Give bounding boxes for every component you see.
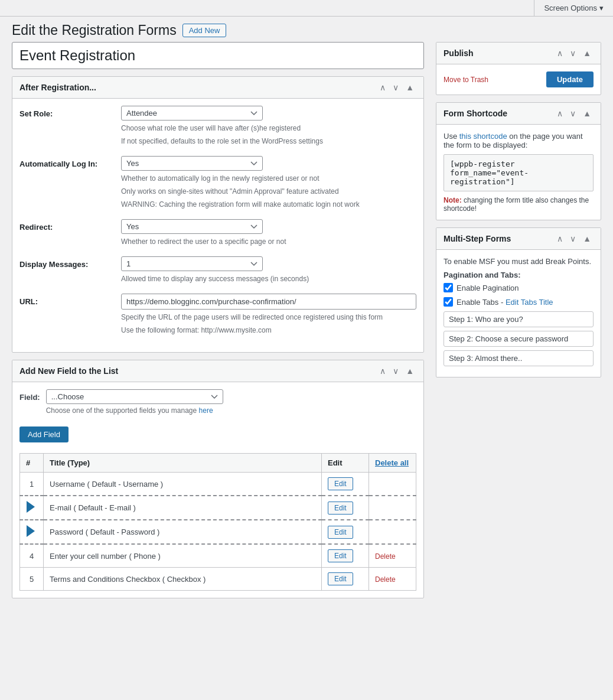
add-field-collapse-down[interactable]: ∨ [390,365,401,377]
col-delete-header[interactable]: Delete all [369,454,416,473]
edit-button[interactable]: Edit [328,502,353,515]
multi-step-collapse-up[interactable]: ∧ [555,233,565,245]
collapse-up-button[interactable]: ∧ [377,82,388,93]
fields-table-body: 1Username ( Default - Username )EditE-ma… [20,473,416,591]
shortcode-value[interactable]: [wppb-register form_name="event-registra… [444,154,594,191]
set-role-desc2: If not specified, defaults to the role s… [121,136,416,146]
field-choose-select[interactable]: ...Choose [46,389,223,404]
row-title: Terms and Conditions Checkbox ( Checkbox… [44,568,322,591]
delete-link[interactable]: Delete [375,575,396,584]
after-registration-box: After Registration... ∧ ∨ ▲ Set Role: At… [12,76,424,353]
enable-pagination-label: Enable Pagination [457,284,519,292]
shortcode-header: Form Shortcode ∧ ∨ ▲ [436,103,601,125]
set-role-content: Attendee Subscriber Editor Administrator… [121,106,416,146]
shortcode-collapse-up[interactable]: ∧ [555,108,565,119]
triangle-marker-icon [27,501,35,513]
sidebar: Publish ∧ ∨ ▲ Move to Trash Update Form … [436,42,601,605]
shortcode-close[interactable]: ▲ [581,108,594,119]
publish-title: Publish [444,48,555,58]
url-desc1: Specify the URL of the page users will b… [121,312,416,323]
multi-step-close[interactable]: ▲ [581,233,594,245]
collapse-down-button[interactable]: ∨ [390,82,401,93]
edit-button[interactable]: Edit [328,477,353,490]
url-desc2: Use the following format: http://www.mys… [121,325,416,336]
main-layout: After Registration... ∧ ∨ ▲ Set Role: At… [0,42,613,617]
url-input[interactable] [121,294,416,310]
add-field-button[interactable]: Add Field [19,426,69,442]
col-edit-header: Edit [322,454,369,473]
publish-controls: ∧ ∨ ▲ [555,47,594,59]
multi-step-collapse-down[interactable]: ∨ [568,233,578,245]
content-area: After Registration... ∧ ∨ ▲ Set Role: At… [12,42,424,605]
enable-tabs-checkbox[interactable] [444,297,453,307]
edit-button[interactable]: Edit [328,549,353,562]
row-num: 1 [20,473,44,496]
field-choose-container: ...Choose Choose one of the supported fi… [46,389,223,415]
postbox-controls: ∧ ∨ ▲ [377,82,416,93]
row-delete-cell: Delete [369,568,416,591]
row-title: Password ( Default - Password ) [44,520,322,544]
row-title: Username ( Default - Username ) [44,473,322,496]
url-content: Specify the URL of the page users will b… [121,294,416,336]
publish-box: Publish ∧ ∨ ▲ Move to Trash Update [436,42,601,95]
multi-step-title: Multi-Step Forms [444,234,555,243]
note-text: changing the form title also changes the… [444,196,589,213]
enable-pagination-row: Enable Pagination [444,283,594,292]
page-title: Edit the Registration Forms [12,22,177,38]
add-new-field-box: Add New Field to the List ∧ ∨ ▲ Field: .… [12,360,424,598]
enable-tabs-label: Enable Tabs - Edit Tabs Title [457,298,553,307]
row-num: 4 [20,544,44,568]
display-messages-select[interactable]: 1 2 3 5 [121,256,263,271]
add-field-collapse-up[interactable]: ∧ [377,365,388,377]
shortcode-note: Note: changing the form title also chang… [444,196,594,213]
auto-login-select[interactable]: Yes No [121,156,263,171]
step-input-2[interactable] [444,331,594,347]
choose-fields-link[interactable]: here [199,406,213,415]
step-input-3[interactable] [444,350,594,366]
move-to-trash-link[interactable]: Move to Trash [444,76,488,84]
enable-pagination-checkbox[interactable] [444,283,453,292]
edit-tabs-title-link[interactable]: Edit Tabs Title [506,298,553,307]
row-num: 5 [20,568,44,591]
after-registration-body: Set Role: Attendee Subscriber Editor Adm… [12,99,423,352]
delete-link[interactable]: Delete [375,552,396,561]
display-messages-row: Display Messages: 1 2 3 5 Allowed time t… [19,256,416,284]
auto-login-row: Automatically Log In: Yes No Whether to … [19,156,416,210]
publish-collapse-up[interactable]: ∧ [555,47,565,59]
screen-options-label: Screen Options [544,4,597,12]
row-title: E-mail ( Default - E-mail ) [44,496,322,520]
set-role-row: Set Role: Attendee Subscriber Editor Adm… [19,106,416,146]
step-inputs [444,311,594,370]
shortcode-collapse-down[interactable]: ∨ [568,108,578,119]
publish-header: Publish ∧ ∨ ▲ [436,43,601,64]
row-edit-cell: Edit [322,544,369,568]
step-input-1[interactable] [444,311,594,327]
fields-table: # Title (Type) Edit Delete all 1Username… [19,453,416,591]
form-title-input[interactable] [12,42,424,69]
add-new-field-header: Add New Field to the List ∧ ∨ ▲ [12,360,423,382]
row-edit-cell: Edit [322,496,369,520]
table-row: Password ( Default - Password )Edit [20,520,416,544]
update-button[interactable]: Update [546,71,594,87]
after-registration-header: After Registration... ∧ ∨ ▲ [12,77,423,99]
publish-collapse-down[interactable]: ∨ [568,47,578,59]
set-role-select[interactable]: Attendee Subscriber Editor Administrator [121,106,263,121]
redirect-select[interactable]: Yes No [121,219,263,234]
screen-options-button[interactable]: Screen Options ▾ [534,0,613,16]
shortcode-title: Form Shortcode [444,109,555,118]
row-num [20,520,44,544]
table-row: 1Username ( Default - Username )Edit [20,473,416,496]
edit-button[interactable]: Edit [328,526,353,539]
edit-button[interactable]: Edit [328,572,353,585]
close-button[interactable]: ▲ [403,82,416,93]
url-label: URL: [19,294,114,306]
field-choose-desc: Choose one of the supported fields you m… [46,406,223,415]
add-new-button[interactable]: Add New [182,24,227,37]
shortcode-link[interactable]: this shortcode [459,132,507,141]
publish-close[interactable]: ▲ [581,47,594,59]
multi-step-controls: ∧ ∨ ▲ [555,233,594,245]
add-field-close[interactable]: ▲ [403,365,416,377]
redirect-content: Yes No Whether to redirect the user to a… [121,219,416,247]
shortcode-desc: Use this shortcode on the page you want … [444,132,594,149]
col-num-header: # [20,454,44,473]
